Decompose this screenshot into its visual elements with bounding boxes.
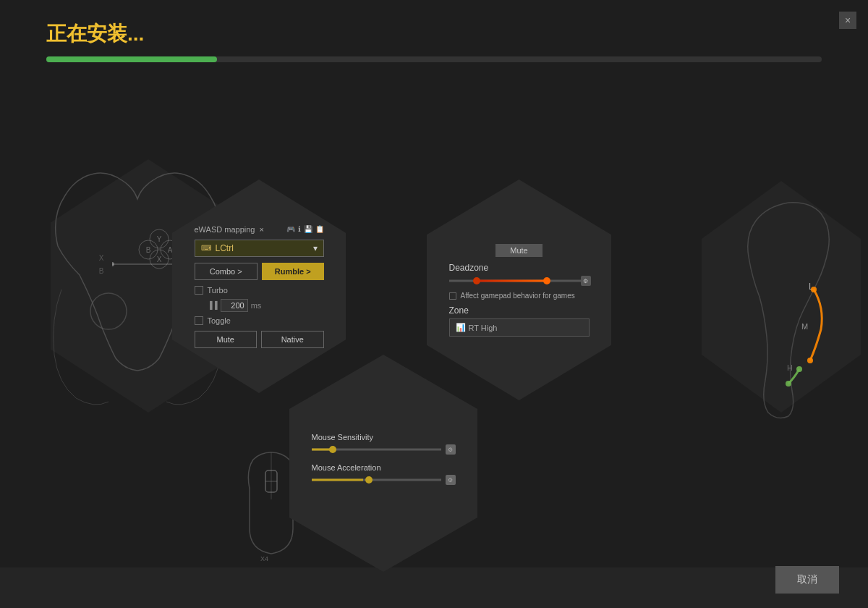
turbo-row: Turbo (195, 286, 324, 295)
progress-bar-container (46, 56, 822, 62)
svg-point-17 (807, 358, 813, 363)
turbo-label: Turbo (208, 286, 228, 295)
mute-button[interactable]: Mute (195, 331, 258, 348)
zone-icon: 📊 (456, 323, 466, 332)
svg-text:X: X (99, 254, 104, 262)
svg-point-18 (796, 366, 802, 372)
svg-text:M: M (801, 322, 808, 331)
zone-value: RT High (469, 324, 498, 332)
mouse-panel-inner: Mouse Sensitivity ⚙ Mouse Acceleration ⚙ (306, 426, 461, 501)
close-button[interactable]: × (839, 12, 856, 29)
copy-icon: 📋 (315, 225, 324, 233)
deadzone-mute-button[interactable]: Mute (495, 244, 542, 257)
mapping-close-icon[interactable]: × (259, 225, 263, 234)
affect-label: Affect gamepad behavior for games (461, 292, 575, 300)
sensitivity-lock-icon[interactable]: ⚙ (446, 444, 456, 455)
slider-thumb-left[interactable] (473, 277, 480, 284)
deadzone-mute-area: Mute (449, 243, 590, 257)
key-dropdown[interactable]: ⌨ LCtrl ▾ (195, 240, 324, 257)
turbo-bars-icon: ▐▐ (208, 301, 218, 309)
native-button[interactable]: Native (261, 331, 324, 348)
zone-label: Zone (449, 305, 590, 316)
slider-fill (477, 280, 547, 282)
turbo-value-row: ▐▐ ms (208, 299, 324, 312)
turbo-input[interactable] (221, 299, 248, 312)
deadzone-panel-inner: Mute Deadzone ⚙ Affect gamepad behavior … (443, 237, 595, 342)
svg-text:Y: Y (157, 235, 162, 243)
turbo-checkbox[interactable] (195, 286, 203, 295)
svg-text:X4: X4 (260, 555, 268, 562)
mapping-icons: 🎮 ℹ 💾 📋 (286, 225, 324, 233)
turbo-unit: ms (251, 301, 262, 310)
acceleration-label: Mouse Acceleration (312, 463, 456, 472)
mapping-panel-inner: eWASD mapping × 🎮 ℹ 💾 📋 ⌨ LCtrl ▾ Combo … (189, 219, 330, 354)
slider-track (449, 280, 590, 282)
page-title: 正在安装... (46, 22, 144, 45)
combo-rumble-row: Combo > Rumble > (195, 263, 324, 280)
info-icon: ℹ (298, 225, 301, 233)
mapping-title: eWASD mapping × (195, 225, 264, 234)
bottom-bar: 取消 (0, 567, 868, 608)
progress-fill (46, 56, 217, 62)
acceleration-lock-icon[interactable]: ⚙ (446, 475, 456, 485)
save-icon: 💾 (304, 225, 312, 233)
zone-input[interactable]: 📊 RT High (449, 318, 590, 337)
svg-point-12 (112, 262, 114, 266)
sensitivity-thumb[interactable] (329, 446, 336, 453)
svg-text:B: B (99, 267, 104, 275)
toggle-row: Toggle (195, 316, 324, 325)
combo-button[interactable]: Combo > (195, 263, 258, 280)
deadzone-label: Deadzone (449, 263, 590, 273)
sensitivity-slider[interactable]: ⚙ (312, 444, 456, 455)
deadzone-slider[interactable]: ⚙ (449, 276, 590, 286)
title-area: 正在安装... (46, 20, 144, 48)
sensitivity-fill (312, 449, 331, 451)
mapping-title-text: eWASD mapping (195, 225, 255, 234)
toggle-checkbox[interactable] (195, 316, 203, 325)
rumble-button[interactable]: Rumble > (262, 263, 324, 280)
svg-point-16 (811, 287, 817, 292)
svg-text:H: H (787, 363, 793, 372)
acceleration-thumb[interactable] (365, 476, 373, 484)
chevron-down-icon: ▾ (313, 243, 318, 253)
cancel-button[interactable]: 取消 (775, 566, 839, 594)
mute-native-row: Mute Native (195, 331, 324, 348)
acceleration-fill (312, 479, 364, 481)
keyboard-icon: ⌨ (201, 244, 211, 252)
affect-row: Affect gamepad behavior for games (449, 292, 590, 300)
affect-checkbox[interactable] (449, 292, 456, 300)
acceleration-track (312, 479, 441, 481)
slider-thumb-right[interactable] (543, 277, 550, 284)
mapping-header: eWASD mapping × 🎮 ℹ 💾 📋 (195, 225, 324, 234)
dropdown-value: LCtrl (216, 243, 234, 253)
svg-point-19 (786, 381, 791, 387)
connector-line (112, 253, 177, 275)
toggle-label: Toggle (208, 316, 231, 325)
slider-lock-icon[interactable]: ⚙ (581, 276, 591, 286)
trigger-area: L M H (709, 195, 839, 420)
gamepad-icon: 🎮 (286, 225, 295, 233)
acceleration-slider[interactable]: ⚙ (312, 475, 456, 485)
deadzone-panel: Mute Deadzone ⚙ Affect gamepad behavior … (427, 180, 611, 400)
sensitivity-label: Mouse Sensitivity (312, 433, 456, 442)
